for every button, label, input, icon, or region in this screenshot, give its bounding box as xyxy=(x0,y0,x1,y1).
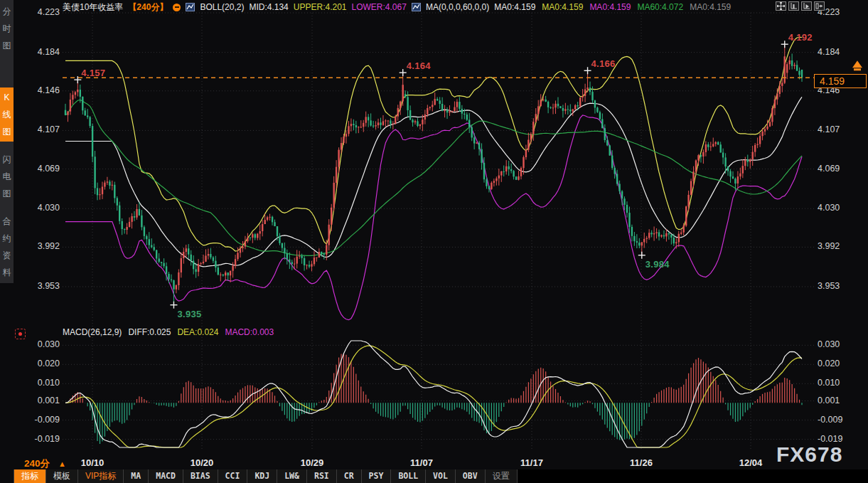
toolbar-item-OBV[interactable]: OBV xyxy=(456,469,486,483)
macd-dea-value: DEA:0.024 xyxy=(177,327,218,337)
macd-diff-value: DIFF:0.025 xyxy=(128,327,171,337)
fx678-watermark: FX678 xyxy=(776,442,842,467)
price-annotation-3.935: 3.935 xyxy=(177,309,201,319)
x-axis-date-11/26: 11/26 xyxy=(618,457,664,468)
y-axis-label-left: 4.069 xyxy=(26,164,60,174)
ma-indicator-icon[interactable] xyxy=(412,3,421,11)
y-axis-label-right: 4.069 xyxy=(818,164,852,174)
price-annotation-3.984: 3.984 xyxy=(645,259,670,270)
y-axis-label-left: 4.030 xyxy=(26,203,60,213)
sidebar-tab-1[interactable]: 分 时 图 xyxy=(0,3,14,54)
macd-params-label: MACD(26,12,9) xyxy=(63,327,122,337)
sidebar-tab-3[interactable]: 闪 电 图 xyxy=(0,151,14,202)
toolbar-item-BIAS[interactable]: BIAS xyxy=(183,469,218,483)
axis-zoom-in-icon[interactable] xyxy=(788,1,799,11)
current-price-line xyxy=(63,60,862,78)
toolbar-item-CCI[interactable]: CCI xyxy=(218,469,248,483)
period-up-arrow-icon[interactable]: ▲ xyxy=(58,460,66,468)
bollinger-ma-lines xyxy=(65,37,802,319)
chart-window-controls xyxy=(776,1,825,11)
boll-upper-value: UPPER:4.201 xyxy=(294,2,347,12)
macd-axis-label-left: 0.020 xyxy=(26,359,60,368)
macd-axis-label-left: -0.009 xyxy=(26,415,60,425)
toolbar-item-KDJ[interactable]: KDJ xyxy=(247,469,277,483)
macd-histogram xyxy=(65,353,802,444)
x-axis-date-12/04: 12/04 xyxy=(728,457,773,468)
macd-axis-label-left: 0.030 xyxy=(26,339,60,349)
trading-app-window: 分 时 图K 线 图闪 电 图合 约 资 料 美债10年收益率 【240分】 B… xyxy=(0,0,868,483)
price-annotation-4.166: 4.166 xyxy=(591,58,616,69)
macd-axis-label-right: 0.001 xyxy=(818,396,852,405)
toolbar-item-指标[interactable]: 指标 xyxy=(14,469,46,483)
macd-axis-label-left: 0.001 xyxy=(26,396,60,405)
toolbar-item-MACD[interactable]: MACD xyxy=(149,469,183,483)
price-annotation-4.192: 4.192 xyxy=(788,32,813,43)
y-axis-label-left: 3.992 xyxy=(26,241,60,251)
macd-header: MACD(26,12,9) DIFF:0.025 DEA:0.024 MACD:… xyxy=(63,327,274,337)
y-axis-label-right: 3.992 xyxy=(818,241,852,251)
x-axis-date-11/17: 11/17 xyxy=(509,457,554,468)
chart-canvas xyxy=(0,0,868,483)
y-axis-label-right: 4.184 xyxy=(818,47,852,57)
x-axis-date-10/10: 10/10 xyxy=(70,457,115,468)
axis-zoom-out-icon[interactable] xyxy=(801,1,812,11)
y-axis-label-left: 3.953 xyxy=(26,281,60,291)
toolbar-item-VIP指标[interactable]: VIP指标 xyxy=(78,469,124,483)
left-sidebar: 分 时 图K 线 图闪 电 图合 约 资 料 xyxy=(0,0,14,483)
period-240-label[interactable]: 240分 xyxy=(24,457,50,470)
macd-axis-label-left: 0.010 xyxy=(26,378,60,388)
ma-value-1: MA0:4.159 xyxy=(494,2,535,12)
price-annotation-4.164: 4.164 xyxy=(407,60,431,71)
indicator-toolbar: 指标模板VIP指标MAMACDBIASCCIKDJLW&RSICRPSYBOLL… xyxy=(14,469,868,483)
move-icon[interactable] xyxy=(776,1,786,11)
period-label[interactable]: 【240分】 xyxy=(128,1,168,14)
period-cell[interactable]: 240分 ▲ xyxy=(24,457,66,470)
ma-value-4: MA60:4.072 xyxy=(637,2,683,12)
chart-header: 美债10年收益率 【240分】 BOLL(20,2) MID:4.134 UPP… xyxy=(63,1,731,13)
toolbar-item-模板[interactable]: 模板 xyxy=(46,469,78,483)
toolbar-item-设置[interactable]: 设置 xyxy=(486,469,518,483)
ma-value-3: MA0:4.159 xyxy=(589,2,631,12)
candlestick-series xyxy=(65,44,803,304)
y-axis-label-left: 4.223 xyxy=(26,7,60,17)
pan-right-icon[interactable] xyxy=(814,1,825,11)
macd-axis-label-left: -0.019 xyxy=(26,434,60,444)
sidebar-tab-4[interactable]: 合 约 资 料 xyxy=(0,213,14,281)
boll-indicator-icon[interactable] xyxy=(186,3,195,11)
x-axis-date-11/07: 11/07 xyxy=(399,457,444,468)
toolbar-item-BOLL[interactable]: BOLL xyxy=(391,469,426,483)
y-axis-label-left: 4.107 xyxy=(26,124,60,134)
indicator-pulse-icon[interactable] xyxy=(15,329,26,339)
x-axis-date-10/20: 10/20 xyxy=(179,457,225,468)
symbol-title: 美债10年收益率 xyxy=(63,1,123,14)
collapse-circle-icon[interactable] xyxy=(173,4,181,11)
toolbar-item-LW&[interactable]: LW& xyxy=(277,469,307,483)
toolbar-item-MA[interactable]: MA xyxy=(124,469,149,483)
y-axis-label-left: 4.184 xyxy=(26,47,60,57)
boll-lower-value: LOWER:4.067 xyxy=(352,2,407,12)
sidebar-tab-2[interactable]: K 线 图 xyxy=(0,87,14,142)
boll-label: BOLL(20,2) xyxy=(200,2,244,12)
y-axis-label-right: 3.953 xyxy=(818,281,852,291)
y-axis-label-right: 4.107 xyxy=(818,124,852,134)
y-axis-label-right: 4.030 xyxy=(818,203,852,213)
ma-value-5: MA0:4.159 xyxy=(690,2,731,12)
ma-params-label: MA(0,0,0,60,0,0) xyxy=(426,2,489,12)
ma-values: MA0:4.159MA0:4.159MA0:4.159MA60:4.072MA0… xyxy=(494,2,731,12)
macd-axis-label-right: 0.030 xyxy=(818,339,852,349)
ma-value-2: MA0:4.159 xyxy=(542,2,583,12)
y-axis-label-left: 4.146 xyxy=(26,85,60,95)
macd-axis-label-right: 0.010 xyxy=(818,378,852,388)
macd-axis-label-right: 0.020 xyxy=(818,359,852,368)
boll-mid-value: MID:4.134 xyxy=(249,2,288,12)
toolbar-item-PSY[interactable]: PSY xyxy=(362,469,392,483)
toolbar-item-VOL[interactable]: VOL xyxy=(426,469,456,483)
macd-macd-value: MACD:0.003 xyxy=(225,327,274,337)
price-annotation-4.157: 4.157 xyxy=(81,68,105,78)
toolbar-item-CR[interactable]: CR xyxy=(337,469,362,483)
macd-axis-label-right: -0.009 xyxy=(818,415,852,425)
toolbar-item-RSI[interactable]: RSI xyxy=(307,469,337,483)
current-price-box: 4.159 xyxy=(814,74,867,88)
x-axis-date-10/29: 10/29 xyxy=(289,457,335,468)
